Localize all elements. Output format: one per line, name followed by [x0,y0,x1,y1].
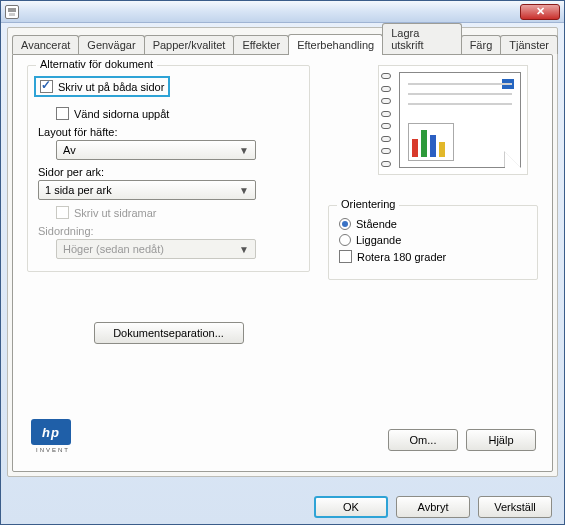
label-flip-up: Vänd sidorna uppåt [74,108,169,120]
tab-container: Avancerat Genvägar Papper/kvalitet Effek… [7,27,558,477]
label-rotate-180: Rotera 180 grader [357,251,446,263]
document-separation-button[interactable]: Dokumentseparation... [94,322,244,344]
select-page-order: Höger (sedan nedåt) ▼ [56,239,256,259]
select-booklet-layout[interactable]: Av ▼ [56,140,256,160]
select-value: Höger (sedan nedåt) [63,243,164,255]
button-label: Avbryt [418,501,449,513]
select-pages-per-sheet[interactable]: 1 sida per ark ▼ [38,180,256,200]
hp-logo: hp INVENT [31,419,75,455]
chevron-down-icon: ▼ [237,145,251,156]
tab-color[interactable]: Färg [461,35,502,54]
preview-chart-icon [408,123,454,161]
tab-services[interactable]: Tjänster [500,35,558,54]
chevron-down-icon: ▼ [237,244,251,255]
label-pages-per-sheet: Sidor per ark: [38,166,299,178]
checkbox-both-sides[interactable] [40,80,53,93]
tab-job-storage[interactable]: Lagra utskrift [382,23,461,54]
button-label: Om... [410,434,437,446]
tab-shortcuts[interactable]: Genvägar [78,35,144,54]
select-value: Av [63,144,76,156]
button-label: Hjälp [488,434,513,446]
fieldset-title: Orientering [337,198,399,210]
button-label: OK [343,501,359,513]
radio-portrait[interactable] [339,218,351,230]
tab-effects[interactable]: Effekter [233,35,289,54]
left-column: Alternativ för dokument Skriv ut på båda… [27,65,310,405]
window-close-button[interactable]: ✕ [520,4,560,20]
tab-label: Genvägar [87,39,135,51]
orientation-fieldset: Orientering Stående Liggande Rotera 180 … [328,205,538,280]
print-properties-window: ✕ Avancerat Genvägar Papper/kvalitet Eff… [0,0,565,525]
dialog-button-row: OK Avbryt Verkställ [314,496,552,518]
tab-strip: Avancerat Genvägar Papper/kvalitet Effek… [8,32,557,54]
tab-label: Färg [470,39,493,51]
label-booklet-layout: Layout för häfte: [38,126,299,138]
select-value: 1 sida per ark [45,184,112,196]
about-button[interactable]: Om... [388,429,458,451]
tab-label: Efterbehandling [297,39,374,51]
fieldset-title: Alternativ för dokument [36,58,157,70]
tab-label: Papper/kvalitet [153,39,226,51]
help-button[interactable]: Hjälp [466,429,536,451]
tab-label: Avancerat [21,39,70,51]
tab-label: Lagra utskrift [391,27,423,51]
tab-body-finishing: Alternativ för dokument Skriv ut på båda… [12,54,553,472]
preview-page [399,72,521,168]
spiral-binding-icon [381,70,393,170]
label-page-order: Sidordning: [38,225,299,237]
cancel-button[interactable]: Avbryt [396,496,470,518]
radio-landscape[interactable] [339,234,351,246]
checkbox-flip-up[interactable] [56,107,69,120]
tab-label: Effekter [242,39,280,51]
right-column: Orientering Stående Liggande Rotera 180 … [328,65,538,405]
tab-advanced[interactable]: Avancerat [12,35,79,54]
button-label: Verkställ [494,501,536,513]
apply-button[interactable]: Verkställ [478,496,552,518]
label-landscape: Liggande [356,234,401,246]
tab-finishing[interactable]: Efterbehandling [288,34,383,55]
titlebar: ✕ [1,1,564,23]
document-options-fieldset: Alternativ för dokument Skriv ut på båda… [27,65,310,272]
page-preview [378,65,528,175]
tab-paper-quality[interactable]: Papper/kvalitet [144,35,235,54]
chevron-down-icon: ▼ [237,185,251,196]
checkbox-rotate-180[interactable] [339,250,352,263]
label-print-borders: Skriv ut sidramar [74,207,157,219]
button-label: Dokumentseparation... [113,327,224,339]
label-portrait: Stående [356,218,397,230]
label-both-sides: Skriv ut på båda sidor [58,81,164,93]
hp-badge-icon: hp [31,419,71,445]
printer-icon [5,5,19,19]
hp-sub-text: INVENT [31,447,75,453]
ok-button[interactable]: OK [314,496,388,518]
checkbox-print-borders [56,206,69,219]
footer-buttons: Om... Hjälp [388,429,536,451]
logo-text: hp [42,425,60,440]
page-fold-icon [504,151,520,167]
close-icon: ✕ [536,5,545,18]
tab-label: Tjänster [509,39,549,51]
highlight-both-sides: Skriv ut på båda sidor [34,76,170,97]
